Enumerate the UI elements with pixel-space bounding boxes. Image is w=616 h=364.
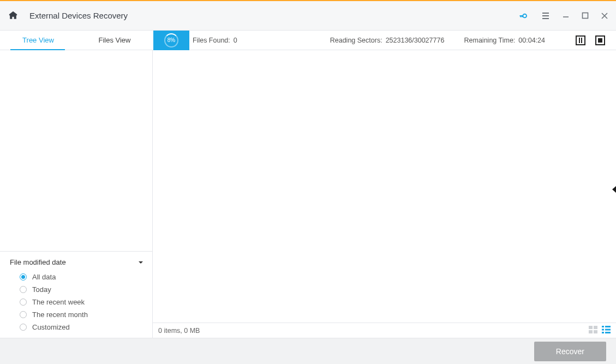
svg-rect-1 (598, 38, 602, 43)
status-bar: Tree View Files View 8% Files Found: 0 R… (0, 31, 616, 50)
radio-icon (20, 273, 27, 281)
remaining-time-value: 00:04:24 (518, 37, 545, 44)
tree-panel (0, 50, 152, 251)
progress-percent: 8% (164, 33, 178, 47)
footer: Recover (0, 338, 616, 364)
grid-view-icon[interactable] (589, 326, 597, 335)
filter-option-month[interactable]: The recent month (10, 308, 143, 321)
svg-rect-9 (605, 329, 611, 331)
filter-title: File modified date (10, 258, 66, 266)
file-list (153, 50, 616, 323)
menu-icon[interactable] (541, 11, 550, 20)
progress-badge: 8% (153, 31, 189, 50)
filter-option-label: Today (32, 285, 51, 294)
list-view-icon[interactable] (602, 326, 611, 335)
recover-button[interactable]: Recover (534, 342, 606, 361)
tab-files-view[interactable]: Files View (76, 31, 153, 50)
collapse-handle-icon[interactable] (612, 186, 616, 193)
selection-summary: 0 items, 0 MB (158, 327, 200, 335)
content-area: 0 items, 0 MB (153, 50, 616, 338)
filter-option-week[interactable]: The recent week (10, 296, 143, 308)
filter-option-today[interactable]: Today (10, 283, 143, 296)
svg-rect-8 (602, 329, 604, 331)
main-area: File modified date All data Today The re… (0, 50, 616, 338)
view-tabs: Tree View Files View (0, 31, 153, 50)
filter-header[interactable]: File modified date (10, 253, 143, 271)
radio-icon (20, 299, 27, 306)
radio-icon (20, 324, 27, 331)
filter-option-label: Customized (32, 323, 70, 331)
page-title: External Devices Recovery (29, 11, 128, 20)
key-icon[interactable] (518, 10, 529, 21)
filter-panel: File modified date All data Today The re… (0, 251, 152, 338)
chevron-down-icon (138, 258, 143, 266)
remaining-time-label: Remaining Time: (464, 37, 516, 44)
svg-rect-3 (594, 326, 597, 329)
filter-option-label: All data (32, 273, 56, 281)
maximize-button[interactable] (582, 12, 589, 19)
svg-rect-7 (605, 326, 611, 327)
svg-rect-6 (602, 326, 604, 327)
svg-rect-2 (589, 326, 593, 329)
files-found-label: Files Found: (193, 37, 230, 44)
sidebar: File modified date All data Today The re… (0, 50, 153, 338)
minimize-button[interactable] (562, 12, 570, 20)
radio-icon (20, 286, 27, 293)
titlebar: External Devices Recovery (0, 0, 616, 31)
files-found-value: 0 (234, 37, 237, 44)
svg-rect-5 (594, 330, 597, 333)
svg-rect-0 (583, 13, 588, 19)
svg-rect-10 (602, 332, 604, 333)
stop-button[interactable] (595, 35, 605, 45)
home-icon[interactable] (8, 10, 19, 21)
radio-icon (20, 311, 27, 318)
filter-option-all[interactable]: All data (10, 271, 143, 283)
filter-option-custom[interactable]: Customized (10, 321, 143, 333)
tab-tree-view[interactable]: Tree View (0, 31, 76, 50)
reading-sectors-value: 2523136/30027776 (386, 37, 445, 44)
close-button[interactable] (601, 12, 608, 20)
reading-sectors-label: Reading Sectors: (330, 37, 382, 44)
filter-option-label: The recent month (32, 311, 88, 319)
content-statusbar: 0 items, 0 MB (153, 323, 616, 338)
filter-option-label: The recent week (32, 298, 85, 306)
svg-rect-4 (589, 330, 593, 333)
svg-rect-11 (605, 332, 611, 333)
window-controls (518, 10, 608, 21)
pause-button[interactable] (576, 35, 585, 45)
